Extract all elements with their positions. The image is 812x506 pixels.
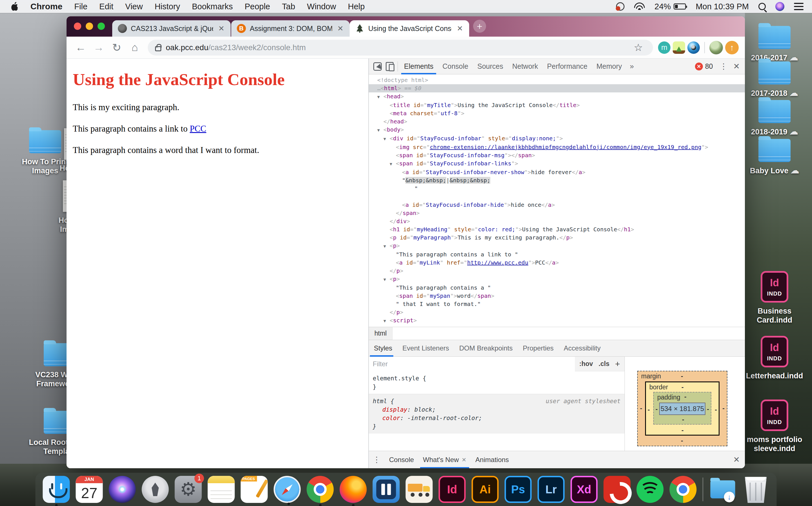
- notification-center-icon[interactable]: [794, 3, 804, 10]
- desktop-item-2016-2017[interactable]: 2016-2017☁: [745, 26, 804, 62]
- dock-lightroom-icon[interactable]: Lr: [538, 476, 565, 503]
- drawer-menu-icon[interactable]: ⋮: [369, 455, 385, 464]
- window-minimize-button[interactable]: [86, 22, 93, 30]
- menu-app-name[interactable]: Chrome: [30, 2, 62, 11]
- menu-clock[interactable]: Mon 10:39 PM: [695, 2, 749, 11]
- reload-button[interactable]: ↻: [109, 41, 125, 54]
- dom-tree-row[interactable]: "This paragraph contains a link to ": [369, 250, 745, 259]
- styles-filter-input[interactable]: [369, 357, 575, 371]
- home-button[interactable]: ⌂: [127, 41, 143, 54]
- dom-tree-row[interactable]: …<html> == $0: [369, 84, 745, 92]
- devtools-tab-console[interactable]: Console: [438, 59, 473, 74]
- dom-tree-row[interactable]: </p>: [369, 308, 745, 316]
- browser-tab-1[interactable]: CAS213 JavaScript & jQuery✕: [112, 20, 231, 36]
- dom-tree-row[interactable]: ": [369, 184, 745, 193]
- devtools-tab-sources[interactable]: Sources: [473, 59, 508, 74]
- dock-firefox-icon[interactable]: [340, 476, 367, 503]
- dom-tree-row[interactable]: "This paragraph contains a ": [369, 284, 745, 292]
- dock-system-preferences-icon[interactable]: ⚙1: [175, 476, 202, 503]
- desktop-item-baby-love[interactable]: Baby Love☁: [745, 139, 804, 175]
- dom-tree-row[interactable]: <p id="myParagraph">This is my exciting …: [369, 234, 745, 242]
- dom-tree-row[interactable]: <h1 id="myHeading" style="color: red;">U…: [369, 225, 745, 234]
- dock-trash-icon[interactable]: [742, 476, 769, 503]
- ssl-lock-icon[interactable]: [155, 46, 161, 51]
- devtools-tab-network[interactable]: Network: [508, 59, 543, 74]
- dock-spotify-icon[interactable]: [637, 476, 664, 503]
- dock-finder-icon[interactable]: [43, 476, 70, 503]
- dom-tree-row[interactable]: </head>: [369, 117, 745, 125]
- expand-arrow-icon[interactable]: ▼: [383, 135, 390, 143]
- menu-item-bookmarks[interactable]: Bookmarks: [192, 2, 233, 11]
- user-agent-rule[interactable]: html { user agent stylesheet display: bl…: [369, 394, 624, 434]
- menu-item-tab[interactable]: Tab: [282, 2, 295, 11]
- menu-item-people[interactable]: People: [245, 2, 270, 11]
- battery-indicator[interactable]: 24%: [654, 2, 686, 11]
- device-toolbar-icon[interactable]: [386, 62, 393, 71]
- breadcrumb-html[interactable]: html: [369, 327, 392, 340]
- dom-tree-row[interactable]: </div>: [369, 217, 745, 225]
- element-style-rule[interactable]: element.style { }: [369, 371, 624, 394]
- devtools-tab-elements[interactable]: Elements: [399, 59, 438, 74]
- dom-tree-row[interactable]: <!doctype html>: [369, 76, 745, 84]
- dom-tree-row[interactable]: ▼<head>: [369, 92, 745, 101]
- menu-item-help[interactable]: Help: [348, 2, 365, 11]
- back-button[interactable]: ←: [73, 41, 88, 54]
- expand-arrow-icon[interactable]: ▼: [383, 242, 390, 250]
- dock-photoshop-icon[interactable]: Ps: [505, 476, 532, 503]
- expand-arrow-icon[interactable]: ▼: [390, 160, 396, 168]
- dock-notes-icon[interactable]: [208, 476, 235, 503]
- expand-arrow-icon[interactable]: ▼: [377, 126, 383, 135]
- new-tab-button[interactable]: +: [473, 20, 486, 33]
- dock-chrome-icon[interactable]: [307, 476, 334, 503]
- wifi-icon[interactable]: [634, 3, 645, 10]
- dom-tree-row[interactable]: ▼<div id="StayFocusd-infobar" style="dis…: [369, 135, 745, 143]
- content-box[interactable]: 534 × 181.875: [659, 403, 706, 415]
- devtools-close-icon[interactable]: ✕: [732, 62, 745, 71]
- pcc-link[interactable]: PCC: [190, 124, 206, 134]
- devtools-menu-icon[interactable]: ⋮: [716, 62, 732, 71]
- dom-tree-row[interactable]: ▼<p>: [369, 275, 745, 284]
- dock-pages-icon[interactable]: PAGES: [241, 476, 268, 503]
- hov-toggle[interactable]: :hov: [579, 360, 593, 368]
- more-tabs-icon[interactable]: »: [626, 62, 637, 71]
- tab-close-icon[interactable]: ✕: [456, 24, 464, 33]
- desktop-item-business-card-indd[interactable]: IdINDDBusiness Card.indd: [745, 271, 804, 325]
- cls-toggle[interactable]: .cls: [599, 360, 609, 368]
- box-model-diagram[interactable]: margin - - - - border - - - -: [637, 371, 727, 446]
- desktop-item-moms-portfolio-sleeve-indd[interactable]: IdINDDmoms portfolio sleeve.indd: [745, 400, 804, 453]
- apple-menu-icon[interactable]: [11, 2, 19, 11]
- dom-tree-row[interactable]: <span id="mySpan">word</span>: [369, 292, 745, 300]
- dom-tree-row[interactable]: " that I want to format.": [369, 300, 745, 308]
- drawer-tab-close-icon[interactable]: ✕: [461, 456, 466, 463]
- dom-tree-row[interactable]: ▼<script>: [369, 316, 745, 325]
- dock-transmit-icon[interactable]: [406, 476, 433, 503]
- spotlight-search-icon[interactable]: [758, 3, 766, 10]
- drawer-tab-console[interactable]: Console: [385, 451, 419, 469]
- dock-indesign-icon[interactable]: Id: [439, 476, 466, 503]
- dom-tree-row[interactable]: <a id="StayFocusd-infobar-hide">hide onc…: [369, 201, 745, 209]
- styles-tab-properties[interactable]: Properties: [518, 340, 559, 357]
- profile-avatar[interactable]: [710, 41, 723, 54]
- momentum-extension-icon[interactable]: m: [658, 41, 670, 54]
- drawer-close-icon[interactable]: ✕: [732, 455, 745, 464]
- styles-tab-accessibility[interactable]: Accessibility: [559, 340, 606, 357]
- window-close-button[interactable]: [74, 22, 81, 30]
- forest-extension-icon[interactable]: [673, 41, 685, 54]
- dock-siri-icon[interactable]: [109, 476, 136, 503]
- dock-acrobat-icon[interactable]: [604, 476, 631, 503]
- new-style-rule-button[interactable]: +: [615, 359, 620, 369]
- tab-close-icon[interactable]: ✕: [217, 24, 226, 33]
- dom-tree-row[interactable]: <a id="StayFocusd-infobar-never-show">hi…: [369, 168, 745, 176]
- dom-tree-row[interactable]: "&nbsp;&nbsp;|&nbsp;&nbsp;: [369, 176, 745, 184]
- dock-safari-icon[interactable]: [274, 476, 301, 503]
- devtools-tab-memory[interactable]: Memory: [592, 59, 626, 74]
- dom-tree-row[interactable]: </p>: [369, 267, 745, 275]
- siri-menu-icon[interactable]: [776, 2, 784, 11]
- dock-downloads-folder-icon[interactable]: ↓: [710, 476, 736, 503]
- window-zoom-button[interactable]: [97, 22, 105, 30]
- drawer-tab-animations[interactable]: Animations: [471, 451, 513, 469]
- dom-tree-row[interactable]: ▼<body>: [369, 125, 745, 135]
- devtools-tab-performance[interactable]: Performance: [542, 59, 592, 74]
- inspect-element-icon[interactable]: [373, 62, 382, 71]
- expand-arrow-icon[interactable]: ▼: [383, 317, 390, 325]
